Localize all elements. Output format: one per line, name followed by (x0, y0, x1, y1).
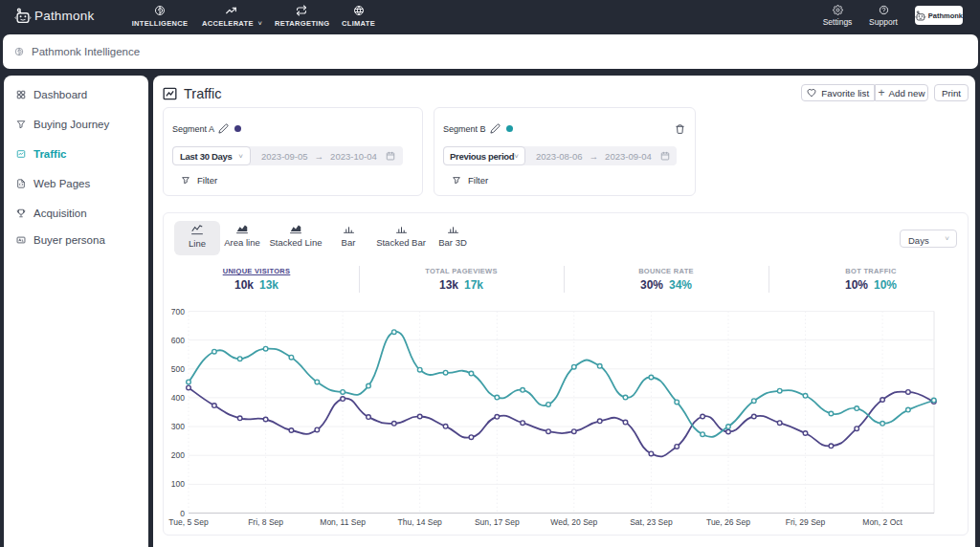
svg-text:Sun, 17 Sep: Sun, 17 Sep (475, 517, 520, 527)
svg-text:Sat, 23 Sep: Sat, 23 Sep (630, 517, 673, 527)
svg-text:Tue, 5 Sep: Tue, 5 Sep (168, 517, 209, 527)
svg-text:Thu, 14 Sep: Thu, 14 Sep (398, 517, 443, 527)
svg-text:200: 200 (171, 450, 185, 460)
svg-text:0: 0 (180, 509, 185, 518)
svg-text:Tue, 26 Sep: Tue, 26 Sep (706, 517, 750, 527)
svg-text:100: 100 (171, 479, 185, 489)
svg-text:400: 400 (171, 393, 185, 403)
svg-text:Mon, 2 Oct: Mon, 2 Oct (862, 517, 902, 527)
svg-text:Fri, 29 Sep: Fri, 29 Sep (786, 517, 826, 527)
svg-text:500: 500 (171, 364, 185, 374)
svg-text:Fri, 8 Sep: Fri, 8 Sep (248, 517, 283, 527)
svg-text:Wed, 20 Sep: Wed, 20 Sep (550, 517, 597, 527)
svg-text:Mon, 11 Sep: Mon, 11 Sep (320, 517, 366, 527)
svg-text:700: 700 (171, 307, 185, 317)
svg-text:600: 600 (171, 336, 185, 345)
svg-text:300: 300 (171, 422, 185, 431)
